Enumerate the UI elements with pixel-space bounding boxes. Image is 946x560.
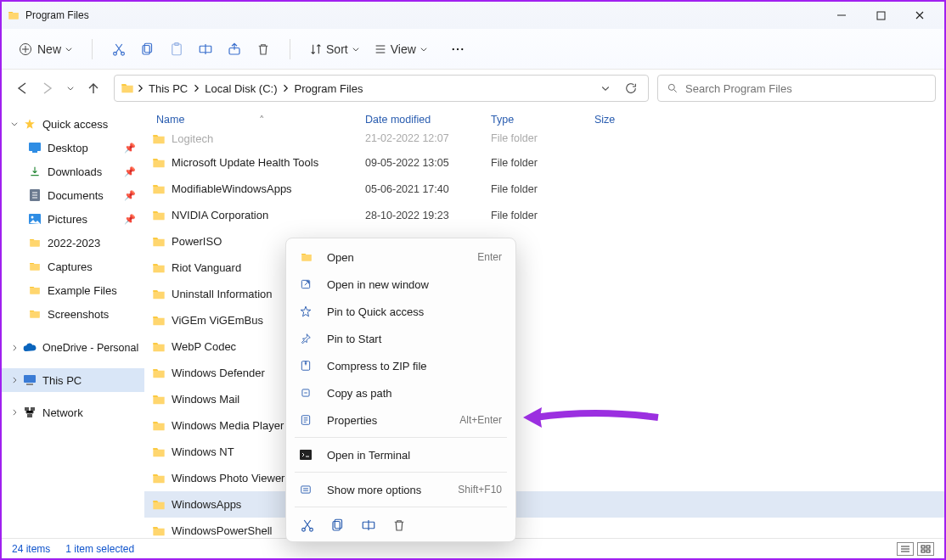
pin-icon: 📌 [124, 214, 136, 225]
svg-rect-37 [921, 550, 925, 552]
cm-open[interactable]: Open Enter [286, 244, 515, 271]
more-button[interactable] [445, 36, 470, 63]
row-name: NVIDIA Corporation [172, 209, 365, 221]
svg-rect-14 [29, 143, 41, 151]
svg-rect-15 [32, 151, 37, 153]
search-box[interactable] [657, 75, 936, 102]
table-row[interactable]: Logitech21-02-2022 12:07File folder [144, 132, 944, 149]
svg-point-18 [31, 216, 34, 219]
sidebar-quick-access[interactable]: Quick access [2, 112, 144, 136]
table-row[interactable]: Windows NTlder [144, 439, 944, 465]
sidebar-pictures[interactable]: Pictures📌 [2, 207, 144, 231]
breadcrumb-drive[interactable]: Local Disk (C:) [201, 82, 280, 95]
sidebar-network[interactable]: Network [2, 400, 144, 424]
col-name[interactable]: Name [156, 114, 184, 126]
svg-rect-0 [877, 12, 885, 20]
column-headers[interactable]: Name˄ Date modified Type Size [144, 107, 944, 132]
cm-copy-icon[interactable] [330, 518, 346, 533]
folder-icon [149, 498, 168, 512]
cm-open-new-window[interactable]: Open in new window [286, 271, 515, 298]
refresh-button[interactable] [624, 81, 638, 95]
svg-rect-29 [301, 486, 311, 493]
sort-indicator-icon: ˄ [259, 114, 265, 126]
up-button[interactable] [87, 81, 100, 95]
col-type[interactable]: Type [491, 114, 594, 126]
svg-point-13 [668, 84, 674, 90]
svg-rect-20 [26, 384, 33, 385]
svg-rect-32 [335, 519, 341, 529]
table-row[interactable]: Riot Vanguardlder [144, 255, 944, 281]
folder-icon [149, 261, 168, 275]
sidebar-documents[interactable]: Documents📌 [2, 183, 144, 207]
breadcrumb-thispc[interactable]: This PC [145, 82, 191, 95]
address-row: This PC Local Disk (C:) Program Files [2, 70, 944, 107]
forward-button[interactable] [41, 81, 54, 95]
chevron-down-icon[interactable] [600, 83, 611, 93]
table-row[interactable]: ModifiableWindowsApps05-06-2021 17:40Fil… [144, 176, 944, 202]
table-row[interactable]: Uninstall Informationlder [144, 281, 944, 307]
paste-button[interactable] [164, 36, 189, 63]
search-input[interactable] [685, 82, 926, 95]
view-large-button[interactable] [917, 542, 934, 556]
svg-point-11 [457, 48, 459, 49]
cm-properties[interactable]: Properties Alt+Enter [286, 406, 515, 434]
cut-button[interactable] [106, 36, 132, 63]
sidebar-captures[interactable]: Captures [2, 255, 144, 278]
row-name: Logitech [172, 132, 365, 145]
svg-rect-36 [926, 546, 930, 548]
svg-rect-22 [31, 407, 35, 411]
table-row[interactable]: NVIDIA Corporation28-10-2022 19:23File f… [144, 202, 944, 228]
folder-icon [149, 472, 168, 485]
svg-point-3 [121, 52, 125, 55]
cm-open-terminal[interactable]: Open in Terminal [286, 441, 515, 468]
pin-icon: 📌 [124, 190, 136, 201]
view-details-button[interactable] [897, 542, 914, 556]
minimize-button[interactable] [822, 2, 861, 29]
sidebar-downloads[interactable]: Downloads📌 [2, 160, 144, 183]
copy-button[interactable] [135, 36, 160, 63]
rename-button[interactable] [193, 36, 218, 63]
folder-icon [149, 340, 168, 354]
delete-button[interactable] [251, 36, 276, 63]
sort-button[interactable]: Sort [304, 42, 365, 56]
cm-cut-icon[interactable] [300, 518, 315, 533]
table-row[interactable]: PowerISOlder [144, 228, 944, 255]
row-date: 21-02-2022 12:07 [365, 132, 491, 144]
table-row[interactable]: WindowsAppslder [144, 491, 944, 518]
cm-delete-icon[interactable] [391, 518, 407, 533]
svg-point-10 [452, 48, 453, 49]
cm-copy-path[interactable]: Copy as path [286, 379, 515, 406]
cm-pin-quick[interactable]: Pin to Quick access [286, 298, 515, 325]
col-size[interactable]: Size [594, 114, 662, 126]
row-date: 05-06-2021 17:40 [365, 183, 491, 195]
sidebar-this-pc[interactable]: This PC [2, 368, 144, 392]
share-button[interactable] [222, 36, 247, 63]
table-row[interactable]: ViGEm ViGEmBuslder [144, 307, 944, 333]
sidebar-onedrive[interactable]: OneDrive - Personal [2, 336, 144, 360]
back-button[interactable] [15, 81, 29, 95]
sidebar-folder-2022-2023[interactable]: 2022-2023 [2, 231, 144, 255]
cm-pin-start[interactable]: Pin to Start [286, 325, 515, 352]
col-date[interactable]: Date modified [365, 114, 491, 126]
folder-icon [149, 156, 168, 170]
cm-show-more[interactable]: Show more options Shift+F10 [286, 476, 515, 503]
svg-rect-35 [921, 546, 925, 548]
sidebar-desktop[interactable]: Desktop📌 [2, 136, 144, 160]
table-row[interactable]: Windows Defenderlder [144, 360, 944, 386]
folder-icon [7, 9, 20, 21]
sidebar-screenshots[interactable]: Screenshots [2, 302, 144, 326]
sidebar-example-files[interactable]: Example Files [2, 278, 144, 302]
table-row[interactable]: Microsoft Update Health Tools09-05-2022 … [144, 149, 944, 176]
close-button[interactable] [900, 2, 939, 29]
table-row[interactable]: Windows Photo Viewerlder [144, 465, 944, 491]
breadcrumb-folder[interactable]: Program Files [290, 82, 366, 95]
table-row[interactable]: WebP Codeclder [144, 333, 944, 360]
view-button[interactable]: View [369, 42, 433, 56]
address-bar[interactable]: This PC Local Disk (C:) Program Files [114, 75, 649, 102]
recent-button[interactable] [66, 84, 75, 92]
new-button[interactable]: New [14, 36, 78, 63]
maximize-button[interactable] [861, 2, 900, 29]
cm-compress-zip[interactable]: Compress to ZIP file [286, 352, 515, 379]
cm-rename-icon[interactable] [361, 518, 376, 533]
svg-rect-21 [25, 407, 29, 411]
